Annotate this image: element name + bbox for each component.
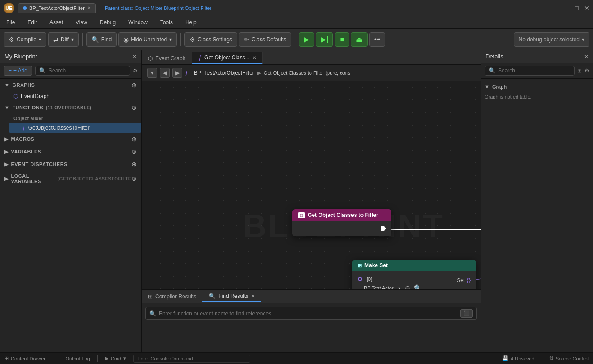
menu-debug[interactable]: Debug: [97, 18, 118, 27]
bc-root[interactable]: BP_TestActorObjectFilter: [194, 70, 254, 76]
eject-button[interactable]: ⏏: [351, 32, 368, 47]
bp-test-dropdown-icon[interactable]: ▾: [398, 286, 400, 290]
debug-object-selector[interactable]: No debug object selected ▾: [514, 32, 589, 47]
tab-close[interactable]: ✕: [87, 5, 91, 10]
class-defaults-label: Class Defaults: [252, 36, 286, 43]
graphs-add-icon[interactable]: ⊕: [131, 81, 137, 89]
graphs-section-header[interactable]: ▼ GRAPHS ⊕: [0, 79, 141, 91]
make-set-node[interactable]: ⊞ Make Set [0] BP: [352, 260, 476, 289]
bc-back-button[interactable]: ◀: [160, 68, 170, 78]
make-set-bp-test-pin[interactable]: BP Test Actor ▾ ⊖ 🔍: [358, 283, 422, 289]
compiler-results-tab[interactable]: ⊞ Compiler Results: [142, 292, 202, 301]
details-search-input[interactable]: [498, 67, 571, 74]
play-icon: ▶: [304, 35, 309, 44]
details-search-container[interactable]: 🔍: [485, 66, 575, 76]
graph-canvas[interactable]: BLUEPRINT □ Get Object Classes to Filter: [142, 81, 481, 289]
compile-button[interactable]: ⚙ Compile ▾: [4, 32, 46, 47]
source-control-button[interactable]: ⇅ Source Control: [549, 355, 589, 361]
unsaved-indicator[interactable]: 💾 4 Unsaved: [502, 355, 535, 361]
close-button[interactable]: ✕: [584, 4, 589, 12]
event-graph-tab[interactable]: ⬡ Event Graph: [142, 53, 192, 64]
minimize-button[interactable]: —: [563, 4, 570, 12]
diff-button[interactable]: ⇄ Diff ▾: [48, 32, 79, 47]
get-object-class-tab[interactable]: ƒ Get Object Class... ✕: [192, 52, 262, 64]
details-close[interactable]: ✕: [584, 54, 589, 60]
macros-add-icon[interactable]: ⊕: [131, 135, 137, 143]
source-control-icon: ⇅: [549, 355, 553, 361]
my-blueprint-title: My Blueprint: [4, 53, 37, 60]
add-label: + Add: [13, 67, 27, 74]
content-drawer-label: Content Drawer: [11, 356, 45, 361]
more-options-button[interactable]: •••: [369, 32, 385, 47]
make-set-title: Make Set: [364, 262, 388, 269]
make-set-body: [0] BP Test Actor ▾ ⊖ 🔍 ⊕: [352, 271, 476, 289]
find-input-field[interactable]: [159, 310, 458, 317]
event-graph-item[interactable]: ⬡ EventGraph: [0, 91, 141, 101]
blueprint-search-settings-icon[interactable]: ⚙: [133, 67, 138, 74]
bc-separator: ▶: [257, 70, 261, 76]
menu-tools[interactable]: Tools: [157, 18, 175, 27]
variables-section-header[interactable]: ▶ VARIABLES ⊕: [0, 145, 141, 158]
output-log-button[interactable]: ≡ Output Log: [60, 356, 90, 361]
menu-asset[interactable]: Asset: [47, 18, 66, 27]
variables-add-icon[interactable]: ⊕: [131, 148, 137, 155]
compile-dropdown-icon[interactable]: ▾: [39, 36, 41, 43]
get-object-node-title: Get Object Classes to Filter: [308, 212, 378, 218]
get-object-tab-icon: ƒ: [198, 54, 202, 61]
blueprint-search[interactable]: 🔍: [35, 66, 130, 76]
content-drawer-button[interactable]: ⊞ Content Drawer: [4, 355, 45, 361]
get-object-classes-function-item[interactable]: ƒ GetObjectClassesToFilter: [9, 123, 141, 133]
menu-file[interactable]: File: [4, 18, 18, 27]
debug-dropdown-icon: ▾: [582, 36, 584, 43]
bc-forward-button[interactable]: ▶: [172, 68, 182, 78]
class-defaults-button[interactable]: ✏ Class Defaults: [239, 32, 291, 47]
file-tab[interactable]: BP_TestActorObjectFilter ✕: [18, 3, 96, 13]
add-button[interactable]: + + Add: [4, 66, 32, 76]
bc-current-path: Get Object Classes to Filter (pure, cons: [264, 70, 350, 76]
details-settings-icon[interactable]: ⚙: [584, 67, 589, 74]
macros-section-header[interactable]: ▶ MACROS ⊕: [0, 133, 141, 145]
left-panel-close[interactable]: ✕: [132, 54, 137, 60]
details-grid-icon[interactable]: ⊞: [577, 67, 582, 74]
play-button[interactable]: ▶: [299, 32, 314, 47]
make-set-index-pin[interactable]: [0]: [358, 275, 422, 283]
event-dispatchers-add-icon[interactable]: ⊕: [131, 161, 137, 168]
blueprint-search-input[interactable]: [49, 67, 126, 74]
toolbar: ⚙ Compile ▾ ⇄ Diff ▾ 🔍 Find ◉ Hide Unrel…: [0, 29, 593, 50]
get-object-classes-node[interactable]: □ Get Object Classes to Filter: [292, 209, 391, 236]
class-settings-button[interactable]: ⚙ Class Settings: [184, 32, 237, 47]
event-dispatchers-section-header[interactable]: ▶ EVENT DISPATCHERS ⊕: [0, 158, 141, 171]
get-object-exec-out-pin[interactable]: [298, 225, 386, 233]
find-results-tab[interactable]: 🔍 Find Results ✕: [202, 291, 261, 302]
menu-edit[interactable]: Edit: [25, 18, 40, 27]
local-variables-add-icon[interactable]: ⊕: [131, 175, 137, 182]
stop-button[interactable]: ■: [335, 32, 349, 47]
find-results-close[interactable]: ✕: [251, 293, 255, 298]
console-command-input[interactable]: [133, 355, 250, 363]
menu-view[interactable]: View: [73, 18, 90, 27]
menu-window[interactable]: Window: [126, 18, 150, 27]
debug-object-label: No debug object selected: [519, 36, 580, 43]
functions-section-header[interactable]: ▼ FUNCTIONS (11 OVERRIDABLE) ⊕: [0, 101, 141, 114]
graph-not-editable-note: Graph is not editable.: [485, 91, 589, 102]
functions-add-icon[interactable]: ⊕: [131, 104, 137, 111]
toolbar-separator-3: [295, 33, 295, 46]
cmd-selector[interactable]: ▶ Cmd ▾: [105, 355, 126, 361]
maximize-button[interactable]: □: [575, 4, 579, 12]
hide-unrelated-button[interactable]: ◉ Hide Unrelated ▾: [118, 32, 177, 47]
local-variables-section-header[interactable]: ▶ LOCAL VARIABLES (GETOBJECTCLASSESTOFIL…: [0, 171, 141, 187]
unsaved-icon: 💾: [502, 355, 508, 361]
diff-dropdown-icon[interactable]: ▾: [71, 36, 74, 43]
find-go-button[interactable]: ⬛: [460, 309, 473, 318]
bc-dropdown-button[interactable]: ▾: [147, 68, 157, 78]
get-object-tab-close[interactable]: ✕: [252, 55, 256, 60]
menu-help[interactable]: Help: [183, 18, 199, 27]
compile-label: Compile: [17, 36, 36, 43]
next-frame-button[interactable]: ▶|: [316, 32, 333, 47]
hide-dropdown-icon[interactable]: ▾: [169, 36, 172, 43]
find-search-icon: 🔍: [149, 310, 156, 317]
find-button[interactable]: 🔍 Find: [86, 32, 117, 47]
search-pin-icon[interactable]: 🔍: [414, 284, 422, 289]
remove-pin-icon[interactable]: ⊖: [405, 284, 410, 289]
right-panel: Details ✕ 🔍 ⊞ ⚙ ▼ Graph Graph is not edi…: [481, 50, 593, 352]
